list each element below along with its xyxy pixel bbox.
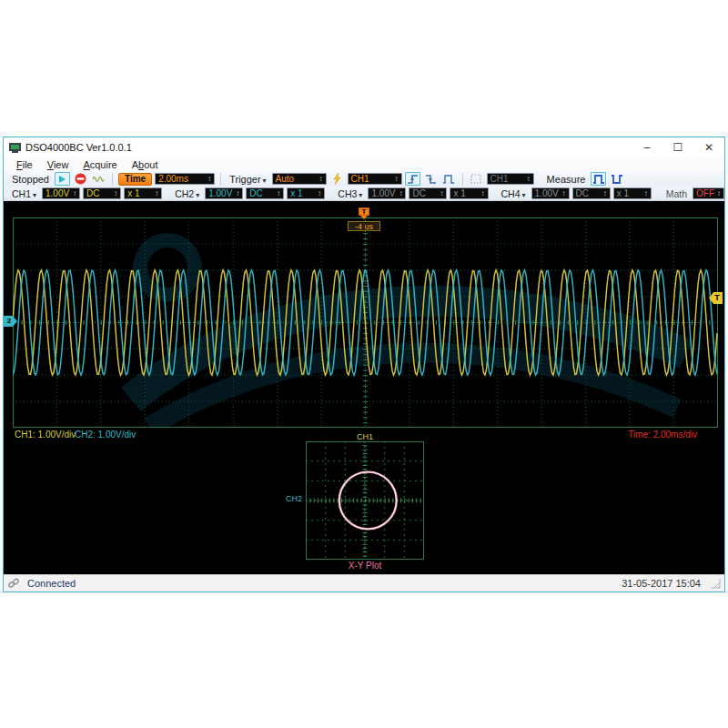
ch1-probe-value: x 1 [127, 188, 139, 198]
updown-arrow-icon: ↕ [717, 189, 721, 197]
ch3-label[interactable]: CH3▾ [335, 188, 365, 199]
stop-button[interactable] [73, 172, 88, 186]
ch1-readout: CH1: 1.00V/div [15, 430, 76, 440]
trigger-mode-value: Auto [276, 174, 295, 184]
resize-grip[interactable] [710, 578, 721, 589]
rising-edge-button[interactable] [405, 172, 420, 186]
updown-arrow-icon: ↕ [562, 189, 566, 197]
xy-y-axis-label: CH2 [277, 494, 302, 503]
chevron-down-icon: ▾ [263, 177, 267, 185]
play-button[interactable] [55, 172, 70, 186]
falling-edge-button[interactable] [423, 172, 439, 186]
ext-trigger-window-button[interactable] [469, 172, 484, 186]
app-window: DSO4000BC Ver1.0.0.1 – ☐ ✕ FileViewAcqui… [3, 136, 725, 592]
updown-arrow-icon: ↕ [236, 189, 239, 197]
ch4-label[interactable]: CH4▾ [499, 188, 529, 199]
main-toolbar: Stopped Time 2.00ms ↕ Trigger▾ Auto ↕ [4, 171, 724, 187]
updown-arrow-icon: ↕ [319, 175, 323, 183]
trigger-position-marker[interactable]: T [359, 207, 369, 219]
toolbar-separator [220, 173, 221, 185]
ch2-coupling-select[interactable]: DC↕ [246, 187, 284, 199]
maximize-button[interactable]: ☐ [662, 137, 693, 157]
waveform-plot[interactable] [13, 217, 718, 428]
ch3-coupling-select[interactable]: DC↕ [409, 187, 447, 199]
ch2-label[interactable]: CH2▾ [172, 188, 202, 199]
force-trigger-button[interactable] [329, 172, 345, 186]
toolbar-separator [112, 173, 113, 185]
math-select[interactable]: OFF↕ [693, 187, 724, 199]
trigger-label: Trigger▾ [227, 174, 268, 185]
ch2-volts-select[interactable]: 1.00V↕ [205, 187, 243, 199]
measure-label: Measure [544, 174, 589, 185]
pulse-icon [442, 174, 455, 185]
toolbar-separator [462, 173, 463, 185]
measure-pos-pulse-icon [592, 174, 605, 185]
ch2-coupling-value: DC [249, 188, 262, 198]
menu-item-file[interactable]: File [9, 159, 40, 170]
xy-plot[interactable] [306, 441, 424, 560]
timebase-select[interactable]: 2.00ms ↕ [155, 173, 215, 185]
ch1-coupling-select[interactable]: DC↕ [83, 187, 121, 199]
time-button[interactable]: Time [118, 173, 152, 186]
ch4-volts-value: 1.00V [535, 188, 559, 198]
timebase-value: 2.00ms [158, 174, 188, 184]
minimize-button[interactable]: – [632, 137, 662, 157]
app-icon [9, 143, 21, 153]
chevron-down-icon: ▾ [359, 191, 362, 199]
play-icon [57, 175, 66, 184]
xy-x-axis-label: CH1 [306, 432, 424, 441]
close-button[interactable]: ✕ [693, 137, 724, 157]
wave-icon [92, 175, 105, 184]
ch1-label[interactable]: CH1▾ [9, 188, 39, 199]
run-state-label: Stopped [9, 174, 52, 185]
ch3-probe-value: x 1 [453, 188, 465, 198]
ch3-coupling-value: DC [412, 188, 425, 198]
ch3-volts-value: 1.00V [371, 188, 395, 198]
lightning-icon [333, 173, 341, 185]
timebase-readout: Time: 2.00ms/div [628, 430, 697, 440]
ch4-coupling-value: DC [576, 188, 589, 198]
chevron-down-icon: ▾ [196, 191, 199, 199]
updown-arrow-icon: ↕ [481, 189, 485, 197]
measure-pos-pulse-button[interactable] [591, 172, 606, 186]
pulse-trigger-button[interactable] [441, 172, 457, 186]
ch4-volts-select[interactable]: 1.00V↕ [531, 187, 570, 199]
ch4-probe-select[interactable]: x 1↕ [613, 187, 652, 199]
math-value: OFF [696, 188, 714, 198]
chevron-down-icon: ▾ [33, 191, 36, 199]
link-icon [7, 578, 20, 589]
title-bar[interactable]: DSO4000BC Ver1.0.0.1 – ☐ ✕ [4, 137, 724, 157]
ch4-probe-value: x 1 [617, 188, 629, 198]
ch2-readout: CH2: 1.00V/div [75, 430, 136, 440]
status-bar: Connected 31-05-2017 15:04 [4, 574, 724, 592]
trigger-offset-badge: -4 us [348, 221, 380, 231]
window-title: DSO4000BC Ver1.0.0.1 [25, 142, 632, 153]
ch1-coupling-value: DC [86, 188, 99, 198]
updown-arrow-icon: ↕ [644, 189, 648, 197]
ch3-volts-select[interactable]: 1.00V↕ [368, 187, 406, 199]
updown-arrow-icon: ↕ [155, 189, 158, 197]
ch1-volts-select[interactable]: 1.00V↕ [42, 187, 80, 199]
menu-item-view[interactable]: View [40, 159, 76, 170]
ch1-volts-value: 1.00V [46, 188, 69, 198]
channel-toolbar: CH1▾ 1.00V↕ DC↕ x 1↕ CH2▾ 1.00V↕ DC↕ x 1… [4, 187, 724, 201]
updown-arrow-icon: ↕ [73, 189, 76, 197]
menu-item-acquire[interactable]: Acquire [76, 159, 124, 170]
measure-neg-pulse-button[interactable] [609, 172, 624, 186]
ch3-probe-select[interactable]: x 1↕ [450, 187, 488, 199]
ch4-coupling-select[interactable]: DC↕ [572, 187, 611, 199]
updown-arrow-icon: ↕ [603, 189, 607, 197]
trigger-flag-letter: T [359, 207, 369, 216]
menu-item-about[interactable]: About [125, 159, 166, 170]
ch2-probe-select[interactable]: x 1↕ [287, 187, 325, 199]
ext-trigger-source-select[interactable]: CH1 ↕ [487, 173, 534, 185]
updown-arrow-icon: ↕ [399, 189, 402, 197]
trigger-source-select[interactable]: CH1 ↕ [348, 173, 402, 185]
measure-neg-pulse-icon [611, 174, 623, 185]
trigger-mode-select[interactable]: Auto ↕ [272, 173, 327, 185]
chevron-down-icon: ▾ [522, 191, 526, 199]
ch2-volts-value: 1.00V [208, 188, 232, 198]
updown-arrow-icon: ↕ [318, 189, 321, 197]
single-wave-button[interactable] [91, 172, 106, 186]
ch1-probe-select[interactable]: x 1↕ [124, 187, 162, 199]
